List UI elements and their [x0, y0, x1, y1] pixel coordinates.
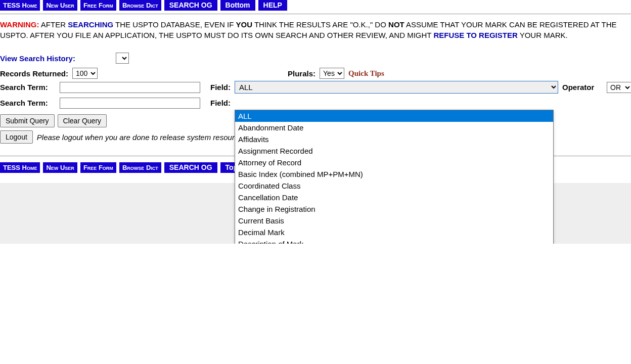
field-select-1[interactable]: ALL — [235, 81, 558, 94]
operator-label: Operator — [562, 83, 603, 92]
field-option[interactable]: Description of Mark — [235, 238, 553, 244]
nav-tess-home[interactable]: TESS Home — [0, 0, 40, 11]
field-option[interactable]: Cancellation Date — [235, 192, 553, 203]
field-option[interactable]: Assignment Recorded — [235, 145, 553, 157]
nav-browse-dict[interactable]: Browse Dict — [119, 0, 161, 11]
nav-free-form[interactable]: Free Form — [80, 162, 116, 173]
nav-search-og[interactable]: SEARCH OG — [164, 0, 217, 11]
nav-new-user[interactable]: New User — [43, 0, 77, 11]
field-label-1: Field: — [205, 83, 231, 92]
field-dropdown-open: ALLAbandonment DateAffidavitsAssignment … — [235, 110, 554, 244]
field-option[interactable]: Decimal Mark — [235, 226, 553, 238]
nav-search-og[interactable]: SEARCH OG — [164, 162, 217, 173]
field-option[interactable]: Affidavits — [235, 133, 553, 145]
quick-tips-link[interactable]: Quick Tips — [348, 69, 384, 78]
search-grid: Search Term: Field: ALL Operator OR Sear… — [0, 81, 631, 109]
submit-query-button[interactable]: Submit Query — [0, 114, 55, 127]
refuse-link[interactable]: REFUSE TO REGISTER — [433, 31, 517, 39]
field-option[interactable]: Coordinated Class — [235, 180, 553, 192]
nav-tess-home[interactable]: TESS Home — [0, 162, 40, 173]
field-option[interactable]: Current Basis — [235, 215, 553, 226]
search-term-input-2[interactable] — [60, 98, 200, 109]
field-option[interactable]: Basic Index (combined MP+PM+MN) — [235, 168, 553, 180]
nav-new-user[interactable]: New User — [43, 162, 77, 173]
field-option[interactable]: Change in Registration — [235, 203, 553, 215]
searching-link[interactable]: SEARCHING — [68, 20, 113, 29]
nav-bottom[interactable]: Bottom — [220, 0, 255, 11]
nav-free-form[interactable]: Free Form — [80, 0, 116, 11]
search-term-label-2: Search Term: — [0, 99, 56, 107]
field-label-2: Field: — [205, 99, 231, 107]
divider — [0, 14, 631, 14]
records-label: Records Returned: — [0, 69, 68, 78]
clear-query-button[interactable]: Clear Query — [58, 114, 107, 127]
warning-text: WARNING: AFTER SEARCHING THE USPTO DATAB… — [0, 19, 631, 40]
field-option[interactable]: Attorney of Record — [235, 157, 553, 168]
plurals-select[interactable]: Yes — [320, 68, 344, 79]
view-history-label: View Search History: — [0, 54, 75, 63]
nav-help[interactable]: HELP — [258, 0, 287, 11]
field-option[interactable]: Abandonment Date — [235, 122, 553, 133]
search-term-label-1: Search Term: — [0, 83, 56, 92]
history-select[interactable] — [116, 53, 129, 64]
field-wrap-2: ALL ALLAbandonment DateAffidavitsAssignm… — [235, 97, 558, 109]
plurals-label: Plurals: — [288, 69, 316, 78]
nav-bar-top: TESS HomeNew UserFree FormBrowse DictSEA… — [0, 0, 631, 11]
logout-button[interactable]: Logout — [0, 130, 33, 144]
nav-browse-dict[interactable]: Browse Dict — [119, 162, 161, 173]
search-term-input-1[interactable] — [60, 82, 200, 93]
records-select[interactable]: 100 — [72, 68, 98, 79]
field-option[interactable]: ALL — [235, 110, 553, 122]
field-wrap-1: ALL — [235, 81, 558, 94]
operator-select[interactable]: OR — [607, 82, 631, 93]
warning-prefix: WARNING: — [0, 20, 39, 29]
